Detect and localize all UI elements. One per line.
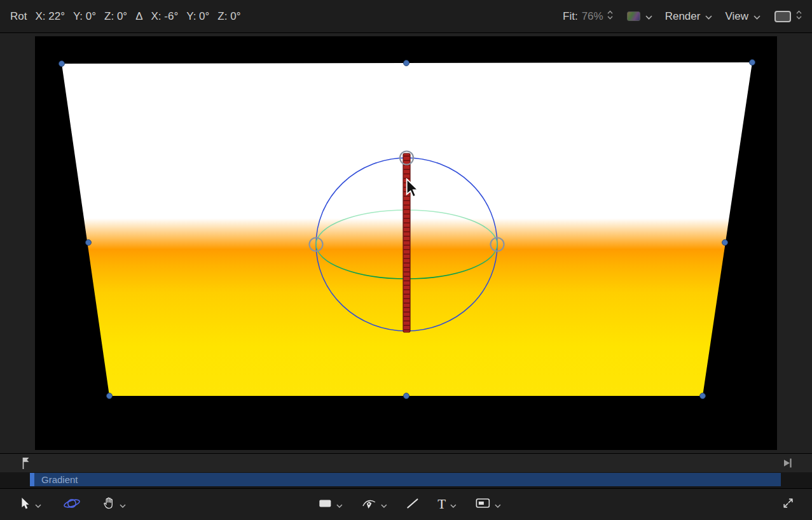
in-point-marker-icon[interactable] bbox=[21, 456, 31, 473]
timeline-layer-label: Gradient bbox=[41, 474, 78, 485]
transform-handle[interactable] bbox=[107, 393, 113, 399]
out-point-marker-icon[interactable] bbox=[783, 458, 792, 471]
hand-icon bbox=[102, 496, 115, 512]
tool-bar: T bbox=[0, 488, 812, 520]
pan-tool-button[interactable] bbox=[102, 496, 126, 512]
creation-tools-group: T bbox=[318, 489, 501, 520]
mouse-cursor-icon bbox=[406, 178, 420, 196]
mini-timeline-ruler[interactable] bbox=[0, 453, 812, 472]
rot-y-value: Y: 0° bbox=[73, 10, 96, 23]
gradient-preview-swatch[interactable] bbox=[627, 11, 640, 21]
fit-label[interactable]: Fit: bbox=[563, 10, 578, 23]
bezier-tool-button[interactable] bbox=[361, 496, 387, 512]
transform-handle[interactable] bbox=[722, 240, 728, 246]
select-tool-chevron-icon[interactable] bbox=[35, 499, 41, 510]
canvas-viewport[interactable] bbox=[35, 36, 777, 450]
transform-handle[interactable] bbox=[59, 61, 65, 67]
bezier-pen-icon bbox=[361, 496, 376, 512]
transform-handle[interactable] bbox=[404, 393, 409, 399]
rectangle-icon bbox=[318, 498, 331, 511]
select-arrow-icon bbox=[20, 497, 31, 512]
rectangle-tool-chevron-icon[interactable] bbox=[336, 499, 342, 510]
layout-stepper-icon[interactable] bbox=[796, 10, 802, 23]
mask-rectangle-icon bbox=[476, 498, 490, 511]
expand-icon[interactable] bbox=[782, 497, 794, 512]
transform-handle[interactable] bbox=[750, 60, 755, 66]
view-controls: Fit: 76% Render View bbox=[563, 10, 802, 23]
view-chevron-icon[interactable] bbox=[754, 10, 760, 23]
transform-handle[interactable] bbox=[404, 60, 409, 66]
transform-handle[interactable] bbox=[86, 240, 92, 246]
rectangle-tool-button[interactable] bbox=[318, 498, 342, 511]
bezier-tool-chevron-icon[interactable] bbox=[380, 499, 387, 510]
mask-tool-chevron-icon[interactable] bbox=[495, 499, 501, 510]
render-chevron-icon[interactable] bbox=[705, 10, 712, 23]
rot-z-value: Z: 0° bbox=[104, 10, 127, 23]
window-tools-group bbox=[782, 497, 794, 512]
status-bar: Rot X: 22° Y: 0° Z: 0° Δ X: -6° Y: 0° Z:… bbox=[0, 0, 812, 33]
view-menu[interactable]: View bbox=[725, 10, 748, 23]
render-menu[interactable]: Render bbox=[665, 10, 701, 23]
delta-y-value: Y: 0° bbox=[186, 10, 209, 23]
zoom-stepper-icon[interactable] bbox=[607, 10, 613, 23]
text-tool-chevron-icon[interactable] bbox=[450, 499, 457, 510]
zoom-value[interactable]: 76% bbox=[582, 10, 603, 23]
transform-handle[interactable] bbox=[700, 393, 706, 399]
text-tool-button[interactable]: T bbox=[437, 498, 457, 511]
canvas-area bbox=[0, 33, 812, 453]
text-tool-icon: T bbox=[437, 498, 446, 511]
rot-label: Rot bbox=[10, 10, 27, 23]
mini-timeline-track: Gradient bbox=[0, 472, 812, 488]
transform-tools-group bbox=[20, 496, 126, 514]
select-tool-button[interactable] bbox=[20, 497, 41, 512]
image-mask-tool-button[interactable] bbox=[476, 498, 501, 511]
paint-stroke-icon bbox=[406, 498, 418, 512]
rotation-status: Rot X: 22° Y: 0° Z: 0° Δ X: -6° Y: 0° Z:… bbox=[10, 10, 240, 23]
delta-x-value: X: -6° bbox=[151, 10, 179, 23]
timeline-layer-bar[interactable]: Gradient bbox=[30, 473, 781, 486]
motion-canvas-window: Rot X: 22° Y: 0° Z: 0° Δ X: -6° Y: 0° Z:… bbox=[0, 0, 812, 520]
pan-tool-chevron-icon[interactable] bbox=[120, 499, 126, 510]
delta-symbol: Δ bbox=[135, 10, 142, 23]
3d-transform-icon bbox=[63, 496, 81, 514]
window-layout-icon[interactable] bbox=[774, 11, 791, 22]
3d-transform-tool-button[interactable] bbox=[63, 496, 81, 514]
3d-rotate-manipulator bbox=[35, 36, 777, 450]
delta-z-value: Z: 0° bbox=[217, 10, 240, 23]
paint-stroke-tool-button[interactable] bbox=[406, 498, 418, 512]
swatch-chevron-icon[interactable] bbox=[645, 10, 652, 23]
rot-x-value: X: 22° bbox=[35, 10, 65, 23]
